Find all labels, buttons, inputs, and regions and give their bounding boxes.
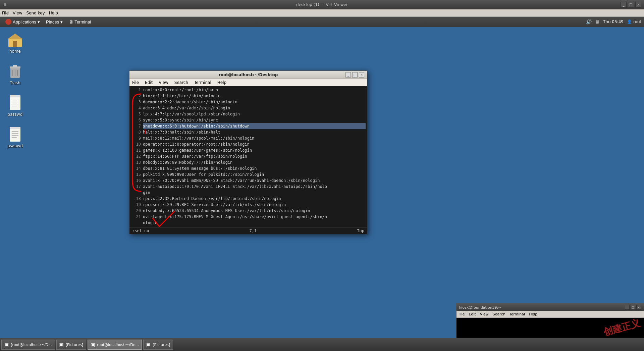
sound-icon[interactable]: 🔊 <box>586 19 592 24</box>
terminal-menubar: File Edit View Search Terminal Help <box>129 79 367 86</box>
line-content: ovirtagent:x:175:175:RHEV-M Guest Agent:… <box>143 214 366 220</box>
display-icon[interactable]: 🖥 <box>595 19 600 24</box>
table-row: 18rpc:x:32:32:Rpcbind Daemon:/var/lib/rp… <box>131 196 366 202</box>
places-menu-button[interactable]: Places ▾ <box>43 17 65 27</box>
bottom-maximize-button[interactable]: □ <box>631 305 635 310</box>
terminal-menu-search[interactable]: Search <box>174 80 189 85</box>
line-content: rpcuser:x:29:29:RPC Service User:/var/li… <box>143 202 366 208</box>
applications-menu-button[interactable]: Applications ▾ <box>3 17 43 27</box>
line-content: lp:x:4:7:lp:/var/spool/lpd:/sbin/nologin <box>143 111 366 117</box>
table-row: ologin <box>131 220 366 226</box>
outer-close-button[interactable]: × <box>635 2 641 8</box>
terminal-maximize-button[interactable]: □ <box>352 72 358 78</box>
bt-menu-terminal[interactable]: Terminal <box>509 312 525 316</box>
home-icon-label: home <box>9 49 21 54</box>
passwd-icon-img <box>7 95 23 111</box>
line-number: 15 <box>131 171 141 178</box>
line-number: 5 <box>131 111 141 117</box>
line-number: 17 <box>131 184 141 190</box>
bt-menu-edit[interactable]: Edit <box>469 312 476 316</box>
terminal-minimize-button[interactable]: _ <box>345 72 351 78</box>
line-number <box>131 220 141 226</box>
places-label: Places <box>46 19 59 24</box>
taskbar-item-icon: ▣ <box>59 342 64 347</box>
terminal-status-top: Top <box>357 229 364 233</box>
taskbar-item-label: [Pictures] <box>153 343 170 347</box>
line-content: avahi-autoipd:x:170:170:Avahi IPv4LL Sta… <box>143 184 366 190</box>
outer-titlebar-left: 🖥 <box>3 2 7 7</box>
table-row: 2bin:x:1:1:bin:/bin:/sbin/nologin <box>131 93 366 99</box>
line-content: dbus:x:81:81:System message bus:/:/sbin/… <box>143 165 366 171</box>
trash-icon[interactable]: Trash <box>3 62 27 87</box>
line-content: operator:x:11:0:operator:/root:/sbin/nol… <box>143 141 366 147</box>
outer-menu-file[interactable]: File <box>2 11 9 15</box>
taskbar-item[interactable]: ▣root@localhost:~/De... <box>88 340 142 350</box>
table-row: 11games:x:12:100:games:/usr/games:/sbin/… <box>131 147 366 153</box>
line-number: 20 <box>131 208 141 214</box>
terminal-content[interactable]: 1root:x:0:0:root:/root:/bin/bash2bin:x:1… <box>129 86 367 227</box>
line-content: games:x:12:100:games:/usr/games:/sbin/no… <box>143 147 366 153</box>
trash-icon-label: Trash <box>10 81 20 85</box>
table-row: gin <box>131 190 366 196</box>
terminal-close-button[interactable]: × <box>359 72 364 78</box>
desktop-icons: home Trash <box>3 30 27 150</box>
table-row: 16avahi:x:70:70:Avahi mDNS/DNS-SD Stack:… <box>131 178 366 184</box>
fedora-icon <box>5 19 11 25</box>
bottom-terminal-menubar: File Edit View Search Terminal Help <box>457 311 644 318</box>
table-row: 17avahi-autoipd:x:170:170:Avahi IPv4LL S… <box>131 184 366 190</box>
bt-menu-search[interactable]: Search <box>493 312 505 316</box>
bottom-terminal-btns: _ □ × <box>625 305 641 310</box>
gnome-panel: Applications ▾ Places ▾ 🖥 Terminal 🔊 🖥 T… <box>0 17 644 27</box>
applications-label: Applications <box>13 19 36 24</box>
bottom-terminal-window: kiosk@foundation39:~ _ □ × File Edit Vie… <box>456 303 644 338</box>
terminal-menu-help[interactable]: Help <box>217 80 227 85</box>
psaawd-icon[interactable]: psaawd <box>3 125 27 150</box>
line-number: 21 <box>131 214 141 220</box>
terminal-win-btns: _ □ × <box>345 72 364 78</box>
taskbar-item[interactable]: ▣[root@localhost:~/D... <box>1 340 55 350</box>
line-content: shutdown:x:6:0:shutdown:/sbin:/sbin/shut… <box>143 123 366 129</box>
panel-left: Applications ▾ Places ▾ 🖥 Terminal <box>3 17 94 27</box>
bt-menu-view[interactable]: View <box>480 312 489 316</box>
svg-rect-16 <box>10 127 20 142</box>
passwd-icon-label: passwd <box>8 112 23 117</box>
bottom-close-button[interactable]: × <box>636 305 641 310</box>
bottom-terminal-content[interactable] <box>457 318 644 338</box>
table-row: 6sync:x:5:0:sync:/sbin:/bin/sync <box>131 117 366 123</box>
outer-menu-sendkey[interactable]: Send key <box>26 11 45 15</box>
table-row: 7shutdown:x:6:0:shutdown:/sbin:/sbin/shu… <box>131 123 366 129</box>
terminal-status-pos: 7,1 <box>250 229 257 233</box>
line-number: 1 <box>131 87 141 93</box>
psaawd-icon-img <box>7 126 23 142</box>
table-row: 13nobody:x:99:99:Nobody:/:/sbin/nologin <box>131 159 366 165</box>
terminal-menu-edit[interactable]: Edit <box>144 80 153 85</box>
line-number: 6 <box>131 117 141 123</box>
psaawd-icon-label: psaawd <box>7 144 23 148</box>
outer-menubar: File View Send key Help <box>0 9 644 17</box>
taskbar-item[interactable]: ▣[Pictures] <box>56 340 86 350</box>
taskbar-item-label: root@localhost:~/De... <box>97 343 139 347</box>
taskbar-item-icon: ▣ <box>146 342 151 347</box>
outer-maximize-button[interactable]: □ <box>628 2 634 8</box>
terminal-menu-terminal[interactable]: Terminal <box>194 80 212 85</box>
terminal-panel-button[interactable]: 🖥 Terminal <box>66 17 94 27</box>
outer-minimize-button[interactable]: _ <box>621 2 627 8</box>
taskbar-item[interactable]: ▣[Pictures] <box>143 340 173 350</box>
terminal-menu-view[interactable]: View <box>158 80 169 85</box>
home-icon[interactable]: home <box>3 30 27 55</box>
home-folder-svg <box>7 32 23 48</box>
line-content: halt:x:7:0:halt:/sbin:/sbin/halt <box>143 129 366 135</box>
passwd-icon[interactable]: passwd <box>3 93 27 118</box>
vm-desktop: Applications ▾ Places ▾ 🖥 Terminal 🔊 🖥 T… <box>0 17 644 351</box>
panel-user-button[interactable]: 👤 root <box>627 19 641 24</box>
svg-rect-10 <box>10 95 20 110</box>
svg-rect-6 <box>13 65 17 67</box>
bt-menu-file[interactable]: File <box>459 312 465 316</box>
outer-menu-help[interactable]: Help <box>49 11 58 15</box>
outer-menu-view[interactable]: View <box>13 11 22 15</box>
bt-menu-help[interactable]: Help <box>529 312 537 316</box>
bottom-minimize-button[interactable]: _ <box>625 305 630 310</box>
svg-marker-2 <box>8 34 22 39</box>
terminal-menu-file[interactable]: File <box>131 80 140 85</box>
line-content: bin:x:1:1:bin:/bin:/sbin/nologin <box>143 93 366 99</box>
